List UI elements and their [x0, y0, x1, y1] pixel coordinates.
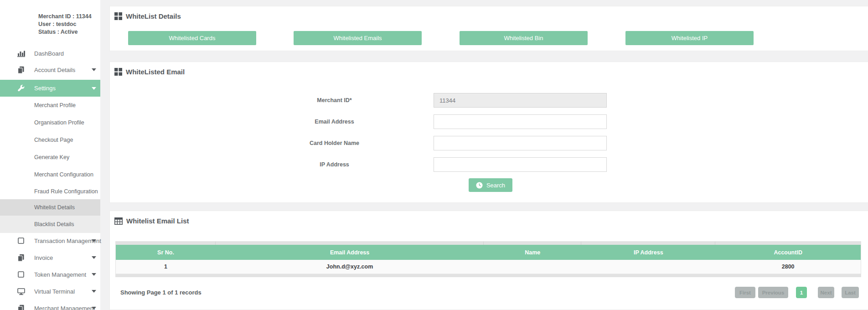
whitelisted-ip-button[interactable]: Whitelisted IP	[625, 31, 754, 45]
clock-icon	[476, 182, 483, 189]
sidebar-item-dashboard[interactable]: DashBoard	[0, 45, 100, 62]
merchant-id-text: Merchant ID : 11344	[38, 13, 92, 21]
sidebar: Merchant ID : 11344 User : testdoc Statu…	[0, 0, 100, 310]
subitem-label: Generate Key	[34, 154, 69, 160]
sidebar-subitem-merchant-profile[interactable]: Merchant Profile	[0, 97, 100, 114]
merchant-id-field[interactable]	[434, 93, 607, 108]
email-address-row: Email Address	[110, 114, 868, 129]
sidebar-subitem-blacklist-details[interactable]: Blacklist Details	[0, 216, 100, 233]
sidebar-item-label: Transaction Management	[34, 238, 101, 244]
chevron-down-icon	[92, 239, 96, 242]
square-icon	[16, 237, 26, 245]
button-label: Whitelisted IP	[672, 35, 708, 41]
column-header-sr-no: Sr No.	[116, 245, 216, 260]
button-label: Whitelisted Cards	[169, 35, 216, 41]
sidebar-item-virtual-terminal[interactable]: Virtual Terminal	[0, 283, 100, 300]
email-address-field[interactable]	[434, 114, 607, 129]
pagination-previous-button[interactable]: Previous	[758, 287, 788, 298]
subitem-label: Merchant Profile	[34, 102, 76, 108]
grid-icon	[114, 68, 122, 76]
pagination-last-button[interactable]: Last	[842, 287, 859, 298]
grid-icon	[114, 12, 122, 20]
sidebar-item-label: Merchant Management	[34, 305, 95, 310]
subitem-label: Whitelist Details	[34, 204, 75, 211]
email-address-label: Email Address	[256, 114, 413, 129]
column-header-accountid: AccountID	[715, 245, 861, 260]
card-holder-name-label: Card Holder Name	[256, 136, 413, 150]
table-icon	[114, 217, 123, 225]
sidebar-item-token-management[interactable]: Token Management	[0, 266, 100, 283]
desktop-icon	[16, 287, 26, 295]
pagination-page-1-button[interactable]: 1	[796, 287, 807, 298]
sidebar-item-label: Token Management	[34, 271, 86, 278]
sidebar-subitem-generate-key[interactable]: Generate Key	[0, 149, 100, 165]
cell-sr-no: 1	[116, 260, 216, 274]
chevron-down-icon	[92, 68, 96, 71]
status-text: Status : Active	[38, 28, 92, 36]
whitelist-details-panel: WhiteList Details Whitelisted Cards Whit…	[109, 6, 868, 51]
sidebar-item-transaction-management[interactable]: Transaction Management	[0, 232, 100, 249]
copy-icon	[16, 304, 26, 310]
cell-name	[484, 260, 581, 274]
panel-title-text: Whitelist Email List	[126, 217, 189, 225]
subitem-label: Checkout Page	[34, 137, 73, 143]
chevron-down-icon	[92, 273, 96, 276]
whitelist-email-list-title: Whitelist Email List	[114, 217, 189, 225]
chevron-down-icon	[92, 256, 96, 259]
app-root: Merchant ID : 11344 User : testdoc Statu…	[0, 0, 868, 310]
chevron-down-icon	[92, 87, 96, 90]
pagination-next-button[interactable]: Next	[818, 287, 834, 298]
sidebar-item-invoice[interactable]: Invoice	[0, 249, 100, 266]
cell-email-address: John.d@xyz.com	[216, 260, 484, 274]
sidebar-subitem-whitelist-details[interactable]: Whitelist Details	[0, 199, 100, 216]
merchant-id-row: Merchant ID*	[110, 93, 868, 108]
button-label: Whitelisted Bin	[504, 35, 543, 41]
square-icon	[16, 270, 26, 279]
table-row: 1 John.d@xyz.com 2800	[116, 260, 861, 274]
ip-address-row: IP Address	[110, 157, 868, 172]
button-label: Whitelisted Emails	[333, 35, 382, 41]
pagination-first-button[interactable]: First	[735, 287, 755, 298]
sidebar-subitem-fraud-rule-configuration[interactable]: Fraud Rule Configuration	[0, 183, 100, 200]
sidebar-item-label: Settings	[34, 85, 56, 92]
panel-title-text: WhiteListed Email	[126, 68, 185, 76]
search-button-label: Search	[486, 182, 505, 189]
whitelisted-email-title: WhiteListed Email	[114, 68, 185, 76]
table-bottom-strip	[116, 274, 861, 277]
cell-accountid: 2800	[715, 260, 861, 274]
whitelisted-cards-button[interactable]: Whitelisted Cards	[128, 31, 256, 45]
ip-address-field[interactable]	[434, 157, 607, 172]
sidebar-subitem-merchant-configuration[interactable]: Merchant Configuration	[0, 166, 100, 183]
sidebar-item-label: DashBoard	[34, 50, 64, 57]
ip-address-label: IP Address	[256, 157, 413, 172]
column-header-email-address: Email Address	[216, 245, 484, 260]
table-header-row: Sr No. Email Address Name IP Address Acc…	[116, 245, 861, 260]
search-button[interactable]: Search	[469, 178, 512, 192]
copy-icon	[16, 66, 26, 74]
card-holder-name-row: Card Holder Name	[110, 136, 868, 150]
sidebar-subitem-checkout-page[interactable]: Checkout Page	[0, 131, 100, 148]
chevron-down-icon	[92, 290, 96, 293]
panel-title-text: WhiteList Details	[126, 12, 181, 20]
subitem-label: Merchant Configuration	[34, 171, 93, 178]
user-text: User : testdoc	[38, 21, 92, 28]
sidebar-item-label: Virtual Terminal	[34, 288, 75, 295]
sidebar-item-account-details[interactable]: Account Details	[0, 62, 100, 78]
column-header-name: Name	[484, 245, 581, 260]
chart-bar-icon	[16, 49, 26, 57]
card-holder-name-field[interactable]	[434, 136, 607, 150]
sidebar-item-label: Invoice	[34, 254, 53, 261]
sidebar-item-settings[interactable]: Settings	[0, 80, 100, 97]
subitem-label: Organisation Profile	[34, 119, 84, 126]
whitelisted-email-panel: WhiteListed Email Merchant ID* Email Add…	[109, 62, 868, 203]
whitelisted-bin-button[interactable]: Whitelisted Bin	[460, 31, 588, 45]
subitem-label: Fraud Rule Configuration	[34, 188, 98, 195]
sidebar-subitem-organisation-profile[interactable]: Organisation Profile	[0, 114, 100, 131]
whitelist-email-list-panel: Whitelist Email List Sr No. Email Addres…	[109, 211, 868, 310]
sidebar-item-merchant-management[interactable]: Merchant Management	[0, 300, 100, 310]
subitem-label: Blacklist Details	[34, 221, 74, 227]
wrench-icon	[16, 84, 26, 93]
whitelist-details-title: WhiteList Details	[114, 12, 181, 20]
merchant-info: Merchant ID : 11344 User : testdoc Statu…	[38, 13, 92, 36]
whitelisted-emails-button[interactable]: Whitelisted Emails	[294, 31, 422, 45]
